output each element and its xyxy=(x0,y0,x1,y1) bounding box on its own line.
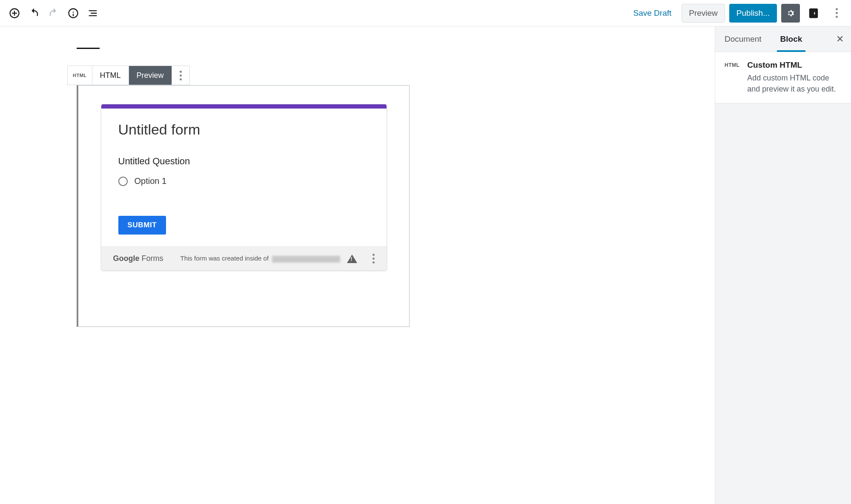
form-origin-text: This form was created inside of xyxy=(181,255,341,262)
close-sidebar-button[interactable]: ✕ xyxy=(832,32,848,47)
info-icon xyxy=(67,7,79,19)
sidebar-tabs: Document Block ✕ xyxy=(715,26,851,52)
block-card-title: Custom HTML xyxy=(747,60,842,70)
form-footer: Google Forms This form was created insid… xyxy=(101,246,387,270)
workspace: New Page HTML HTML Preview Untitled form xyxy=(0,26,851,504)
form-title: Untitled form xyxy=(118,121,370,138)
html-tab[interactable]: HTML xyxy=(92,66,129,85)
html-icon: HTML xyxy=(725,60,739,94)
block-card-description: Add custom HTML code and preview it as y… xyxy=(747,72,842,94)
redacted-org-name xyxy=(272,256,340,263)
form-more-icon[interactable] xyxy=(372,254,375,263)
gear-icon xyxy=(785,7,797,19)
block-preview-frame: Untitled form Untitled Question Option 1… xyxy=(77,85,410,327)
toolbar-right-group: Save Draft Preview Publish... xyxy=(628,4,846,23)
yoast-seo-button[interactable] xyxy=(804,4,823,23)
undo-icon xyxy=(28,7,40,19)
custom-html-block[interactable]: HTML HTML Preview Untitled form Untitled… xyxy=(77,85,715,327)
form-submit-button[interactable]: SUBMIT xyxy=(118,216,166,235)
add-block-button[interactable] xyxy=(5,4,24,23)
title-decoration xyxy=(77,48,100,49)
editor-canvas-area: New Page HTML HTML Preview Untitled form xyxy=(0,26,715,504)
tab-block[interactable]: Block xyxy=(771,26,812,52)
publish-button[interactable]: Publish... xyxy=(729,4,777,23)
yoast-icon xyxy=(808,7,819,19)
more-options-button[interactable] xyxy=(827,4,846,23)
block-more-options[interactable] xyxy=(172,66,189,85)
close-icon: ✕ xyxy=(836,34,844,45)
outline-icon xyxy=(87,7,99,19)
content-info-button[interactable] xyxy=(64,4,83,23)
form-footer-actions xyxy=(347,254,375,263)
save-draft-link[interactable]: Save Draft xyxy=(628,5,678,21)
undo-button[interactable] xyxy=(25,4,43,23)
warning-icon[interactable] xyxy=(347,255,357,263)
google-forms-brand: Google Forms xyxy=(113,254,163,263)
settings-toggle-button[interactable] xyxy=(781,4,800,23)
google-form-embed: Untitled form Untitled Question Option 1… xyxy=(101,104,387,270)
editor-top-toolbar: Save Draft Preview Publish... xyxy=(0,0,851,26)
redo-icon xyxy=(48,7,60,19)
preview-button[interactable]: Preview xyxy=(682,4,725,23)
toolbar-left-group xyxy=(5,4,102,23)
redo-button[interactable] xyxy=(44,4,63,23)
tab-document[interactable]: Document xyxy=(715,26,771,52)
form-question: Untitled Question xyxy=(118,156,370,167)
block-navigation-button[interactable] xyxy=(83,4,102,23)
block-toolbar: HTML HTML Preview xyxy=(67,66,190,85)
form-accent-bar xyxy=(101,104,387,109)
settings-sidebar: Document Block ✕ HTML Custom HTML Add cu… xyxy=(715,26,851,504)
kebab-icon xyxy=(180,71,182,80)
block-info-card: HTML Custom HTML Add custom HTML code an… xyxy=(715,52,851,103)
editor-canvas: New Page HTML HTML Preview Untitled form xyxy=(0,26,715,327)
preview-tab[interactable]: Preview xyxy=(129,66,172,85)
form-option-1[interactable]: Option 1 xyxy=(118,176,370,186)
option-label: Option 1 xyxy=(135,176,167,186)
form-body: Untitled form Untitled Question Option 1… xyxy=(101,109,387,246)
block-type-icon[interactable]: HTML xyxy=(68,66,92,85)
radio-icon xyxy=(118,177,128,186)
plus-circle-icon xyxy=(9,7,20,19)
kebab-icon xyxy=(836,8,838,18)
